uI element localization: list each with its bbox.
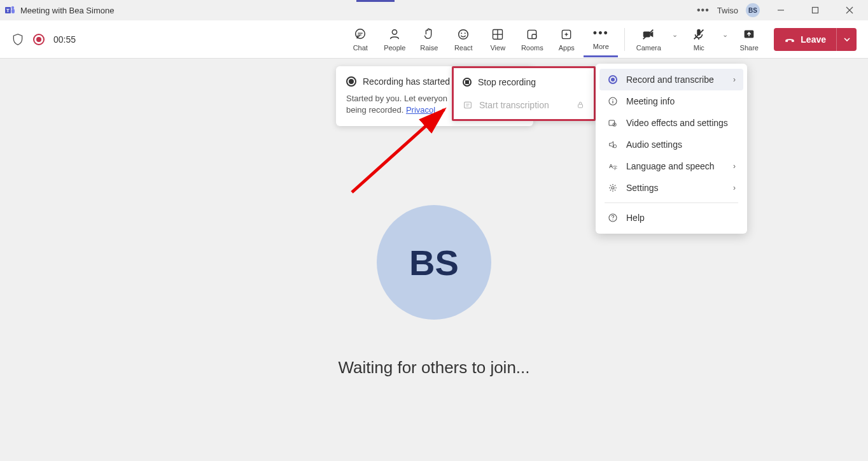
meeting-toolbar: 00:55 Chat People Raise React View Rooms xyxy=(0,20,868,59)
call-timer: 00:55 xyxy=(53,34,76,45)
camera-off-icon xyxy=(641,27,655,41)
toast-title: Recording has started xyxy=(363,76,450,87)
rooms-label: Rooms xyxy=(521,44,543,52)
stop-recording-label: Stop recording xyxy=(478,77,536,87)
camera-button[interactable]: Camera xyxy=(631,22,666,57)
hangup-icon xyxy=(784,34,795,45)
more-menu: Record and transcribe › Meeting info Vid… xyxy=(596,64,747,234)
mic-chevron-icon[interactable]: ⌄ xyxy=(718,31,732,39)
chevron-right-icon: › xyxy=(733,162,736,171)
more-label: More xyxy=(593,43,609,50)
account-name[interactable]: Twiso xyxy=(717,6,738,15)
toast-body-line1: Started by you. Let everyon xyxy=(346,94,447,103)
more-button[interactable]: ••• More xyxy=(584,22,618,57)
svg-point-14 xyxy=(465,32,466,34)
settings-item[interactable]: Settings › xyxy=(599,177,743,199)
people-button[interactable]: People xyxy=(377,22,412,57)
svg-point-41 xyxy=(612,187,614,189)
record-menu-icon xyxy=(607,75,619,84)
chevron-right-icon: › xyxy=(733,75,736,84)
svg-point-1 xyxy=(11,6,14,9)
teams-logo-icon: T xyxy=(5,5,15,15)
mic-button[interactable]: Mic xyxy=(682,22,716,57)
apps-icon xyxy=(560,27,573,41)
toast-link-tail: ol xyxy=(429,105,435,115)
video-effects-item[interactable]: Video effects and settings xyxy=(599,112,743,134)
rooms-icon xyxy=(526,27,538,41)
chat-icon xyxy=(353,27,367,41)
gear-icon xyxy=(607,183,619,193)
mic-label: Mic xyxy=(694,44,704,52)
help-icon xyxy=(607,213,619,223)
participant-avatar: BS xyxy=(377,205,491,320)
record-icon xyxy=(346,76,356,87)
start-transcription-label: Start transcription xyxy=(479,100,549,110)
svg-text:T: T xyxy=(6,8,10,13)
maximize-button[interactable] xyxy=(802,1,829,20)
menu-separator xyxy=(605,202,738,203)
svg-text:字: 字 xyxy=(613,166,617,170)
minimize-button[interactable] xyxy=(767,1,794,20)
svg-rect-32 xyxy=(578,104,583,108)
apps-button[interactable]: Apps xyxy=(549,22,584,57)
leave-label: Leave xyxy=(801,34,826,45)
more-icon: ••• xyxy=(593,26,609,40)
svg-point-38 xyxy=(613,145,617,148)
svg-point-11 xyxy=(393,29,397,34)
transcription-icon xyxy=(463,100,473,110)
video-effects-label: Video effects and settings xyxy=(626,118,728,128)
lock-icon xyxy=(576,101,585,110)
stop-recording-item[interactable]: Stop recording xyxy=(454,71,594,94)
waiting-text: Waiting for others to join... xyxy=(338,358,529,378)
record-transcribe-label: Record and transcribe xyxy=(626,74,714,85)
settings-label: Settings xyxy=(626,183,659,193)
share-icon xyxy=(742,27,756,41)
share-label: Share xyxy=(740,44,759,52)
camera-chevron-icon[interactable]: ⌄ xyxy=(668,31,682,39)
record-transcribe-item[interactable]: Record and transcribe › xyxy=(599,69,743,90)
meeting-info-item[interactable]: Meeting info xyxy=(599,90,743,112)
chevron-right-icon: › xyxy=(733,183,736,192)
meeting-title: Meeting with Bea Simone xyxy=(20,6,114,15)
svg-rect-5 xyxy=(813,8,818,13)
leave-button[interactable]: Leave xyxy=(774,28,836,51)
audio-settings-item[interactable]: Audio settings xyxy=(599,134,743,155)
react-button[interactable]: React xyxy=(446,22,480,57)
language-icon: A字 xyxy=(607,161,619,171)
rooms-button[interactable]: Rooms xyxy=(515,22,549,57)
video-effects-icon xyxy=(607,118,619,128)
help-item[interactable]: Help xyxy=(599,207,743,229)
help-label: Help xyxy=(626,213,645,223)
record-submenu: Stop recording Start transcription xyxy=(452,66,596,121)
view-button[interactable]: View xyxy=(480,22,515,57)
start-transcription-item: Start transcription xyxy=(454,94,594,117)
shield-icon[interactable] xyxy=(11,33,24,46)
toolbar-separator xyxy=(624,28,625,51)
mic-off-icon xyxy=(692,27,706,41)
language-speech-label: Language and speech xyxy=(626,161,715,171)
raise-hand-icon xyxy=(422,27,436,41)
titlebar-more-icon[interactable]: ••• xyxy=(697,4,710,16)
people-label: People xyxy=(384,44,405,52)
info-icon xyxy=(607,96,619,106)
audio-settings-label: Audio settings xyxy=(626,139,682,150)
share-button[interactable]: Share xyxy=(732,22,766,57)
raise-button[interactable]: Raise xyxy=(412,22,446,57)
title-bar: T Meeting with Bea Simone ••• Twiso BS xyxy=(0,0,868,20)
apps-label: Apps xyxy=(559,44,575,52)
react-icon xyxy=(456,27,470,41)
language-speech-item[interactable]: A字 Language and speech › xyxy=(599,155,743,177)
svg-point-43 xyxy=(612,220,613,220)
toast-body-line2: being recorded. xyxy=(346,105,406,115)
camera-label: Camera xyxy=(636,44,661,52)
react-label: React xyxy=(454,44,473,52)
accent-strip xyxy=(356,0,395,2)
privacy-link[interactable]: Privac xyxy=(406,105,429,115)
view-label: View xyxy=(490,44,505,52)
recording-indicator-icon[interactable] xyxy=(33,34,45,45)
leave-dropdown[interactable] xyxy=(836,28,857,51)
chat-button[interactable]: Chat xyxy=(343,22,377,57)
user-avatar-small[interactable]: BS xyxy=(746,3,760,17)
close-button[interactable] xyxy=(836,1,863,20)
people-icon xyxy=(388,27,402,41)
